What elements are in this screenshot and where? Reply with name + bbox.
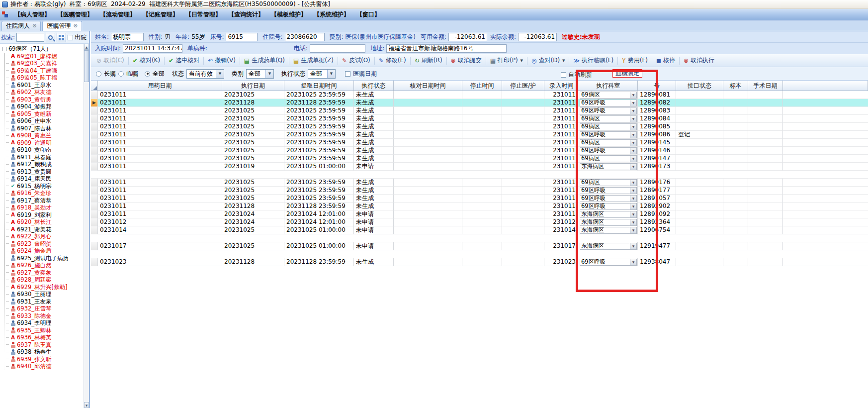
column-header-stop[interactable]: 停止时间 xyxy=(462,81,502,91)
patient-item[interactable]: 6931_王友泉 xyxy=(6,298,84,306)
patient-item[interactable]: 6913_黄贵圆 xyxy=(6,168,84,176)
search-button[interactable] xyxy=(46,33,55,42)
stop-verify-button[interactable]: ◼核停 xyxy=(654,55,678,66)
exec-dept-select[interactable]: 69区呼吸▼ xyxy=(580,259,637,266)
patient-item[interactable]: 6924_施金盾 xyxy=(6,248,84,255)
patient-item[interactable]: A6929_林升兴[救助] xyxy=(6,284,84,291)
chevron-down-icon[interactable]: ▼ xyxy=(630,108,636,114)
menu-item-1[interactable]: 【医嘱管理】 xyxy=(54,9,96,20)
exec-dept-select[interactable]: 69区呼吸▼ xyxy=(580,147,637,154)
tab-close-icon[interactable]: ⊗ xyxy=(32,23,36,28)
column-header-status[interactable]: 执行状态 xyxy=(354,81,394,91)
chevron-down-icon[interactable]: ▼ xyxy=(630,140,636,146)
order-row[interactable]: 02310112023102520231025 23:59:59未生成23101… xyxy=(91,115,868,123)
all-orders-radio[interactable] xyxy=(145,71,150,77)
patient-item[interactable]: 6912_赖积成 xyxy=(6,161,84,169)
patient-item[interactable]: A6921_谢美花 xyxy=(6,226,84,233)
tab-order-management[interactable]: 医嘱管理⊗ xyxy=(42,21,82,31)
patient-item[interactable]: 6904_游振邦 xyxy=(6,103,84,111)
phone-value[interactable] xyxy=(310,44,365,53)
order-row[interactable]: ▶02310112023112820231128 23:59:59未生成2310… xyxy=(91,99,868,107)
exec-dept-select[interactable]: 69病区▼ xyxy=(580,139,637,146)
chevron-down-icon[interactable]: ▼ xyxy=(521,59,523,63)
gen-doc-button[interactable]: ▤生成单据(Z) xyxy=(291,55,336,66)
patient-item[interactable]: 6939_张文听 xyxy=(6,356,84,363)
refresh-button[interactable]: ↻刷新(R) xyxy=(412,55,445,66)
order-row[interactable]: 02310112023102520231025 23:59:59未生成23101… xyxy=(91,155,868,163)
tab-close-icon[interactable]: ⊗ xyxy=(73,23,77,28)
order-row[interactable]: 02310112023102520231025 23:59:59未生成23101… xyxy=(91,91,868,99)
exec-dept-select[interactable]: 69区呼吸▼ xyxy=(580,131,637,138)
chevron-down-icon[interactable]: ▼ xyxy=(630,100,636,106)
print-button[interactable]: ▦打印(P)▼ xyxy=(488,55,525,66)
verify-selected-button[interactable]: ✔选中核对 xyxy=(166,55,202,66)
chevron-down-icon[interactable]: ▼ xyxy=(630,132,636,138)
collapse-icon[interactable]: − xyxy=(2,47,6,51)
cancel-submit-button[interactable]: ⊗取消提交 xyxy=(448,55,484,66)
patient-item[interactable]: 6906_庄申水 xyxy=(6,118,84,125)
tree-root-ward[interactable]: − 69病区（71人） xyxy=(2,45,84,53)
patient-item[interactable]: A6909_许通明 xyxy=(6,139,84,147)
column-header-med[interactable]: 用药日期 xyxy=(98,81,222,91)
order-row[interactable]: 02310112023101920231025 01:00:00未申请23101… xyxy=(91,163,868,171)
menu-item-6[interactable]: 【模板维护】 xyxy=(267,9,310,20)
fee-button[interactable]: ¥费用(F) xyxy=(619,55,650,66)
modify-button[interactable]: ✎修改(E) xyxy=(376,55,409,66)
chevron-down-icon[interactable]: ▼ xyxy=(630,211,636,217)
column-header-stopstaff[interactable]: 停止医/护 xyxy=(502,81,544,91)
check-against-button[interactable]: ◎查对(D)▼ xyxy=(529,55,567,66)
order-row[interactable]: 02310112023102420231024 12:01:00未申请23101… xyxy=(91,210,868,218)
exec-dept-select[interactable]: 东海病区▼ xyxy=(580,219,637,226)
revoke-button[interactable]: ↶撤销(V) xyxy=(205,55,238,66)
exec-dept-select[interactable]: 69病区▼ xyxy=(580,179,637,186)
order-row[interactable]: 02310112023112820231128 23:59:59未生成23101… xyxy=(91,203,868,210)
patient-item[interactable]: 6937_陈玉真 xyxy=(6,341,84,349)
patient-item[interactable]: A6936_林梅英 xyxy=(6,334,84,342)
order-row[interactable]: 02310232023112820231128 23:59:59未生成23102… xyxy=(91,258,868,266)
search-input[interactable] xyxy=(16,33,44,42)
type-filter-select[interactable]: 全部 ▼ xyxy=(246,69,274,79)
exec-dept-select[interactable]: 69病区▼ xyxy=(580,115,637,122)
patient-item[interactable]: 6905_黄维新 xyxy=(6,110,84,118)
menu-item-2[interactable]: 【流动管理】 xyxy=(96,9,139,20)
tab-inpatients[interactable]: 住院病人⊗ xyxy=(1,21,41,31)
verify-button[interactable]: ✔核对(K) xyxy=(130,55,163,66)
order-row[interactable]: 02310142023102520231025 01:00:00未申请23101… xyxy=(91,226,868,234)
chevron-down-icon[interactable]: ▼ xyxy=(630,259,636,265)
patient-item[interactable]: 69监04_丁建强 xyxy=(6,67,84,75)
chevron-down-icon[interactable]: ▼ xyxy=(327,70,335,78)
status-filter-select[interactable]: 当前有效 ▼ xyxy=(186,69,224,79)
tree-scrollbar[interactable]: ▲ ▼ xyxy=(84,44,89,408)
auto-refresh-checkbox[interactable] xyxy=(561,72,566,78)
skin-test-button[interactable]: ✎皮试(O) xyxy=(340,55,373,66)
menu-item-0[interactable]: 【病人管理】 xyxy=(11,9,54,20)
column-header-doc[interactable]: 号 xyxy=(638,81,676,91)
menu-item-4[interactable]: 【日常管理】 xyxy=(182,9,225,20)
scroll-up-icon[interactable]: ▲ xyxy=(84,44,89,50)
temp-order-radio[interactable] xyxy=(118,71,124,77)
patient-item[interactable]: 6925_测试电子病历 xyxy=(6,255,84,262)
chevron-down-icon[interactable]: ▼ xyxy=(562,59,565,63)
chevron-down-icon[interactable]: ▼ xyxy=(216,70,224,78)
patient-item[interactable]: 6935_王卿林 xyxy=(6,327,84,334)
chevron-down-icon[interactable]: ▼ xyxy=(265,70,273,78)
menu-item-3[interactable]: 【记账管理】 xyxy=(139,9,182,20)
chevron-down-icon[interactable]: ▼ xyxy=(630,180,636,186)
exec-dept-select[interactable]: 东海病区▼ xyxy=(580,227,637,234)
exec-dept-select[interactable]: 69区呼吸▼ xyxy=(580,203,637,210)
cancel-exec-button[interactable]: ⊗取消执行 xyxy=(681,55,717,66)
patient-item[interactable]: 6916_朱金珍 xyxy=(6,190,84,198)
list-view-button[interactable] xyxy=(57,33,66,42)
chevron-down-icon[interactable]: ▼ xyxy=(630,92,636,98)
exec-temp-order-button[interactable]: ≫执行临嘱(L) xyxy=(571,55,616,66)
chevron-down-icon[interactable]: ▼ xyxy=(630,156,636,162)
patient-item[interactable]: 6932_庄雪琴 xyxy=(6,306,84,313)
column-header-exec[interactable]: 执行日期 xyxy=(222,81,284,91)
order-row[interactable]: 02310112023102520231025 23:59:59未生成23101… xyxy=(91,147,868,155)
order-row[interactable] xyxy=(91,250,868,258)
patient-item[interactable]: 6907_陈吉林 xyxy=(6,125,84,132)
patient-item[interactable]: 6918_吴劲才 xyxy=(6,204,84,212)
exec-dept-select[interactable]: 69区呼吸▼ xyxy=(580,187,637,194)
order-row[interactable] xyxy=(91,171,868,179)
patient-item[interactable]: ✔6915_杨明宗 xyxy=(6,183,84,190)
